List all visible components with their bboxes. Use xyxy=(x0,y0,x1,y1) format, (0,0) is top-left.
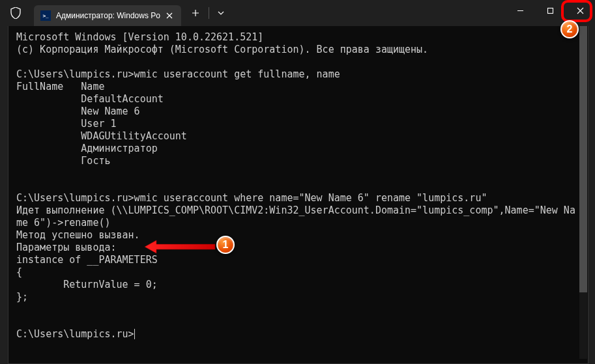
tab-close-button[interactable] xyxy=(164,10,175,21)
output-line: Администратор xyxy=(16,143,158,154)
cursor xyxy=(134,329,135,339)
output-line: WDAGUtilityAccount xyxy=(16,130,187,142)
output-line: User 1 xyxy=(16,118,117,130)
divider xyxy=(209,7,209,19)
new-tab-button[interactable] xyxy=(186,4,205,22)
powershell-icon: >_ xyxy=(40,10,51,21)
output-line: C:\Users\lumpics.ru>wmic useraccount get… xyxy=(16,68,340,80)
output-line: New Name 6 xyxy=(16,105,140,117)
output-line: Параметры вывода: xyxy=(16,242,117,253)
minimize-button[interactable] xyxy=(505,0,535,21)
tab-title: Администратор: Windows Po xyxy=(56,11,160,20)
output-line: Метод успешно вызван. xyxy=(16,229,140,241)
output-line: ReturnValue = 0; xyxy=(16,279,158,290)
output-line: FullName Name xyxy=(16,81,104,92)
tab-dropdown-button[interactable] xyxy=(212,4,230,22)
output-line: instance of __PARAMETERS xyxy=(16,254,158,266)
shield-icon xyxy=(9,7,22,20)
maximize-button[interactable] xyxy=(535,0,565,21)
terminal-output[interactable]: Microsoft Windows [Version 10.0.22621.52… xyxy=(8,26,588,364)
prompt-line: C:\Users\lumpics.ru> xyxy=(16,328,134,340)
output-line: Гость xyxy=(16,155,111,167)
scroll-thumb[interactable] xyxy=(579,26,587,292)
window-controls xyxy=(505,0,595,26)
titlebar: >_ Администратор: Windows Po xyxy=(0,0,595,26)
output-line: Microsoft Windows [Version 10.0.22621.52… xyxy=(16,31,263,43)
tab-active[interactable]: >_ Администратор: Windows Po xyxy=(34,5,181,26)
scrollbar[interactable] xyxy=(579,26,587,359)
output-line: C:\Users\lumpics.ru>wmic useraccount whe… xyxy=(16,192,487,204)
output-line: }; xyxy=(16,291,28,303)
output-line: (c) Корпорация Майкрософт (Microsoft Cor… xyxy=(16,44,428,55)
svg-rect-0 xyxy=(547,8,553,13)
output-line: { xyxy=(16,266,22,278)
close-window-button[interactable] xyxy=(565,0,595,21)
output-line: Идет выполнение (\\LUMPICS_COMP\ROOT\CIM… xyxy=(16,204,575,216)
output-line: me 6")->rename() xyxy=(16,217,111,229)
output-line: DefaultAccount xyxy=(16,93,164,105)
